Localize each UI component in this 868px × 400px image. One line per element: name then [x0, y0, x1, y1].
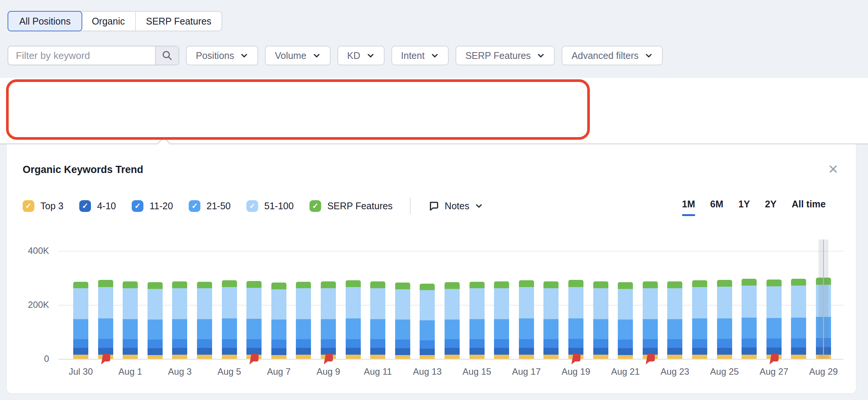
bar-segment-4-10 — [445, 348, 460, 355]
trend-bar[interactable] — [494, 281, 509, 359]
trend-bar[interactable] — [296, 282, 311, 359]
bar-segment-11-20 — [222, 339, 237, 348]
close-icon[interactable]: ✕ — [826, 162, 841, 176]
trend-bar[interactable] — [717, 280, 732, 359]
filter-dropdown-advanced-filters[interactable]: Advanced filters — [562, 46, 663, 65]
trend-bar[interactable] — [73, 282, 88, 359]
trend-bar[interactable] — [98, 280, 113, 359]
bar-segment-11-20 — [246, 339, 262, 348]
bar-segment-serp-features — [519, 280, 534, 287]
bar-segment-4-10 — [346, 348, 361, 355]
notes-button[interactable]: Notes — [426, 200, 485, 212]
bar-segment-11-20 — [643, 339, 658, 348]
trend-bar[interactable] — [197, 282, 212, 359]
bar-segment-21-50 — [469, 319, 485, 340]
note-flag-icon[interactable] — [249, 354, 259, 366]
active-range-underline — [682, 214, 695, 216]
chevron-down-icon — [240, 51, 248, 60]
trend-bar[interactable] — [321, 281, 336, 359]
trend-bar[interactable] — [123, 281, 138, 359]
legend-checkbox-4-10[interactable]: ✓4-10 — [79, 200, 116, 212]
x-axis-label: Aug 7 — [256, 366, 302, 377]
x-axis-label: Aug 5 — [207, 366, 252, 377]
bar-segment-4-10 — [271, 348, 286, 355]
trend-bar[interactable] — [692, 280, 707, 359]
bar-segment-serp-features — [643, 281, 658, 288]
x-axis-label: Aug 15 — [454, 366, 500, 377]
note-flag-icon[interactable] — [646, 354, 655, 366]
trend-bar[interactable] — [148, 282, 163, 359]
checkbox-icon: ✓ — [246, 200, 258, 212]
note-flag-icon[interactable] — [770, 354, 779, 366]
bar-segment-21-50 — [593, 319, 608, 340]
trend-bar[interactable] — [370, 281, 385, 359]
trend-bar[interactable] — [469, 282, 485, 359]
range-tab-1m[interactable]: 1M — [682, 199, 695, 210]
bar-segment-serp-features — [346, 280, 361, 287]
bar-segment-serp-features — [593, 281, 608, 288]
trend-bar[interactable] — [742, 279, 757, 359]
trend-bar[interactable] — [346, 280, 361, 359]
range-tab-2y[interactable]: 2Y — [765, 199, 777, 210]
bar-segment-4-10 — [73, 348, 88, 355]
trend-bar[interactable] — [445, 282, 460, 359]
bar-segment-11-20 — [98, 339, 113, 348]
trend-bar[interactable] — [395, 283, 410, 359]
note-flag-icon[interactable] — [324, 354, 333, 366]
trend-bar[interactable] — [568, 280, 583, 359]
filter-dropdown-kd[interactable]: KD — [337, 46, 385, 65]
bar-segment-51-100 — [346, 287, 361, 318]
legend-checkbox-21-50[interactable]: ✓21-50 — [189, 200, 231, 212]
note-flag-icon[interactable] — [571, 354, 580, 366]
trend-bar[interactable] — [618, 282, 633, 359]
bar-segment-11-20 — [321, 339, 336, 348]
trend-bar[interactable] — [593, 281, 608, 359]
bar-segment-11-20 — [197, 339, 212, 348]
search-input[interactable] — [8, 46, 155, 65]
bar-segment-21-50 — [271, 320, 286, 340]
legend-checkbox-top-3[interactable]: ✓Top 3 — [23, 200, 63, 212]
bar-segment-51-100 — [123, 288, 138, 319]
range-tab-6m[interactable]: 6M — [710, 199, 723, 210]
note-flag-icon[interactable] — [101, 354, 110, 366]
trend-bar[interactable] — [246, 281, 262, 359]
bar-segment-11-20 — [370, 339, 385, 348]
trend-bar[interactable] — [519, 280, 534, 359]
view-tab-organic[interactable]: Organic — [82, 12, 135, 31]
range-tab-1y[interactable]: 1Y — [739, 199, 750, 210]
filter-dropdown-volume[interactable]: Volume — [265, 46, 330, 65]
bar-segment-serp-features — [766, 280, 782, 287]
filter-dropdown-serp-features[interactable]: SERP Features — [456, 46, 555, 65]
bar-segment-51-100 — [148, 289, 163, 320]
legend-row: ✓Top 3✓4-10✓11-20✓21-50✓51-100✓SERP Feat… — [23, 196, 485, 215]
search-button[interactable] — [155, 46, 179, 65]
bar-segment-top-3 — [494, 355, 509, 359]
filter-dropdown-intent[interactable]: Intent — [391, 46, 449, 65]
legend-checkbox-serp-features[interactable]: ✓SERP Features — [309, 200, 392, 212]
trend-bar[interactable] — [766, 280, 782, 359]
checkbox-icon: ✓ — [132, 200, 143, 212]
trend-bar[interactable] — [420, 284, 435, 359]
bar-segment-51-100 — [246, 288, 262, 319]
trend-bar[interactable] — [791, 279, 806, 359]
filter-dropdown-positions[interactable]: Positions — [186, 46, 258, 65]
chevron-down-icon — [537, 51, 545, 60]
trend-bar[interactable] — [667, 281, 682, 359]
trend-bar[interactable] — [543, 281, 559, 359]
legend-checkbox-11-20[interactable]: ✓11-20 — [132, 200, 173, 212]
view-tab-all-positions[interactable]: All Positions — [8, 11, 82, 31]
filter-dropdown-label: Volume — [275, 50, 306, 61]
x-axis-label: Aug 11 — [355, 366, 400, 377]
trend-bar[interactable] — [643, 281, 658, 359]
legend-checkbox-51-100[interactable]: ✓51-100 — [246, 200, 294, 212]
range-tab-all-time[interactable]: All time — [792, 199, 826, 210]
view-tab-serp-features[interactable]: SERP Features — [136, 12, 222, 31]
trend-bar[interactable] — [172, 281, 187, 359]
bar-segment-top-3 — [420, 355, 435, 359]
legend-label: Top 3 — [40, 201, 63, 212]
bar-segment-top-3 — [346, 355, 361, 359]
trend-bar[interactable] — [816, 278, 831, 359]
bar-segment-top-3 — [519, 355, 534, 359]
trend-bar[interactable] — [271, 283, 286, 359]
trend-bar[interactable] — [222, 280, 237, 359]
